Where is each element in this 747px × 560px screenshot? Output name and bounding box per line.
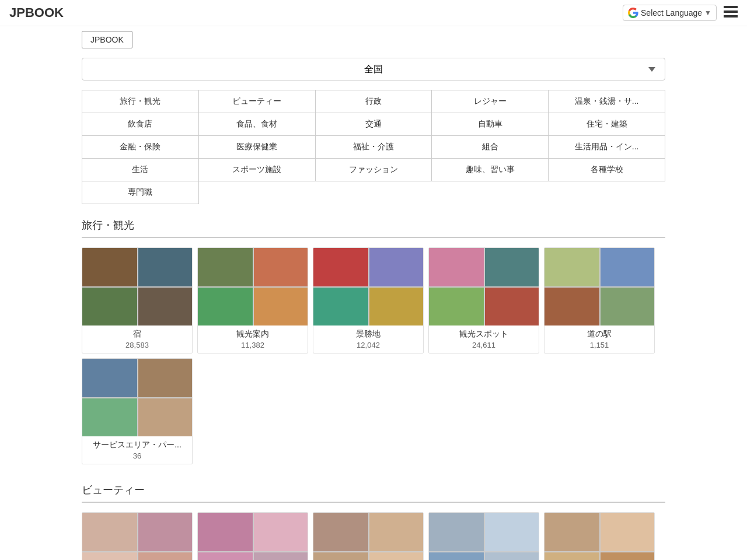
- category-cell[interactable]: スポーツ施設: [198, 159, 315, 181]
- img-block: [138, 398, 193, 437]
- category-cell[interactable]: レジャー: [432, 90, 549, 113]
- img-block: [313, 288, 368, 326]
- img-block: [601, 552, 655, 561]
- category-cell[interactable]: 交通: [315, 113, 432, 136]
- img-block: [544, 288, 599, 326]
- img-block: [429, 552, 484, 561]
- card-image: [82, 513, 193, 560]
- category-card[interactable]: 観光案内11,382: [197, 247, 308, 354]
- category-card[interactable]: 道の駅1,151: [544, 247, 655, 354]
- img-block: [82, 513, 137, 551]
- img-block: [313, 552, 368, 561]
- category-card[interactable]: [197, 512, 308, 560]
- img-block: [198, 248, 253, 286]
- category-card[interactable]: 景勝地12,042: [313, 247, 424, 354]
- img-block: [254, 513, 308, 551]
- category-grid-wrap: 旅行・観光ビューティー行政レジャー温泉・銭湯・サ...飲食店食品、食材交通自動車…: [0, 85, 747, 209]
- logo[interactable]: JPBOOK: [9, 5, 64, 20]
- card-count: 36: [82, 452, 192, 464]
- img-block: [601, 288, 655, 326]
- travel-section: 旅行・観光 宿28,583観光案内11,382景勝地12,042観光スポット24…: [0, 209, 747, 474]
- img-block: [369, 552, 424, 561]
- language-selector[interactable]: Select Language ▼: [623, 5, 717, 21]
- category-card[interactable]: [544, 512, 655, 560]
- category-cell[interactable]: 食品、食材: [198, 113, 315, 136]
- category-cell[interactable]: 自動車: [432, 113, 549, 136]
- travel-cards-grid: 宿28,583観光案内11,382景勝地12,042観光スポット24,611道の…: [82, 247, 665, 464]
- beauty-section-title: ビューティー: [82, 483, 665, 503]
- category-cell[interactable]: 金融・保険: [82, 136, 199, 159]
- header-right: Select Language ▼: [623, 5, 738, 21]
- category-cell[interactable]: 飲食店: [82, 113, 199, 136]
- card-image: [313, 513, 424, 560]
- category-cell[interactable]: 各種学校: [549, 159, 665, 181]
- category-card[interactable]: [428, 512, 539, 560]
- category-cell[interactable]: ファッション: [315, 159, 432, 181]
- category-cell[interactable]: 行政: [315, 90, 432, 113]
- card-label: サービスエリア・パー...: [82, 436, 192, 452]
- category-cell[interactable]: 住宅・建築: [549, 113, 665, 136]
- img-block: [485, 248, 539, 286]
- beauty-cards-grid: [82, 512, 665, 560]
- category-cell[interactable]: 専門職: [82, 181, 199, 204]
- img-block: [485, 513, 539, 551]
- img-block: [601, 513, 655, 551]
- region-select[interactable]: 全国 北海道 東北 関東 中部 近畿 中国 四国 九州 沖縄: [82, 58, 665, 80]
- category-cell[interactable]: 福祉・介護: [315, 136, 432, 159]
- img-block: [601, 248, 655, 286]
- category-card[interactable]: [82, 512, 193, 560]
- list-view-icon[interactable]: [724, 6, 738, 20]
- card-image: [313, 248, 424, 326]
- img-block: [82, 359, 137, 397]
- img-block: [369, 513, 424, 551]
- category-cell[interactable]: 趣味、習い事: [432, 159, 549, 181]
- category-card[interactable]: サービスエリア・パー...36: [82, 358, 193, 464]
- img-block: [544, 248, 599, 286]
- img-block: [82, 248, 137, 286]
- card-count: 1,151: [544, 341, 654, 353]
- img-block: [544, 552, 599, 561]
- header: JPBOOK Select Language ▼: [0, 0, 747, 26]
- region-selector-wrap: 全国 北海道 東北 関東 中部 近畿 中国 四国 九州 沖縄: [0, 53, 747, 85]
- img-block: [485, 288, 539, 326]
- img-block: [82, 552, 137, 561]
- card-image: [198, 513, 308, 560]
- img-block: [82, 398, 137, 437]
- category-grid: 旅行・観光ビューティー行政レジャー温泉・銭湯・サ...飲食店食品、食材交通自動車…: [82, 90, 665, 204]
- card-count: 24,611: [429, 341, 539, 353]
- beauty-section: ビューティー: [0, 474, 747, 560]
- category-card[interactable]: [313, 512, 424, 560]
- img-block: [138, 552, 193, 561]
- img-block: [313, 513, 368, 551]
- category-cell[interactable]: ビューティー: [198, 90, 315, 113]
- svg-rect-0: [724, 6, 738, 8]
- img-block: [138, 288, 193, 326]
- tab-jpbook[interactable]: JPBOOK: [82, 31, 132, 48]
- category-card[interactable]: 観光スポット24,611: [428, 247, 539, 354]
- img-block: [198, 552, 253, 561]
- card-count: 12,042: [313, 341, 423, 353]
- img-block: [429, 513, 484, 551]
- category-cell[interactable]: 生活: [82, 159, 199, 181]
- category-card[interactable]: 宿28,583: [82, 247, 193, 354]
- svg-rect-2: [724, 15, 738, 18]
- img-block: [254, 248, 308, 286]
- img-block: [429, 248, 484, 286]
- chevron-down-icon: ▼: [704, 9, 711, 17]
- card-label: 宿: [82, 326, 192, 341]
- category-cell[interactable]: 温泉・銭湯・サ...: [549, 90, 665, 113]
- img-block: [138, 513, 193, 551]
- card-image: [429, 513, 539, 560]
- google-icon: [628, 8, 638, 18]
- card-image: [429, 248, 539, 326]
- svg-rect-1: [724, 10, 738, 13]
- img-block: [82, 288, 137, 326]
- card-count: 11,382: [198, 341, 308, 353]
- img-block: [198, 288, 253, 326]
- img-block: [313, 248, 368, 286]
- category-cell[interactable]: 組合: [432, 136, 549, 159]
- card-image: [544, 513, 655, 560]
- category-cell[interactable]: 旅行・観光: [82, 90, 199, 113]
- category-cell[interactable]: 生活用品・イン...: [549, 136, 665, 159]
- category-cell[interactable]: 医療保健業: [198, 136, 315, 159]
